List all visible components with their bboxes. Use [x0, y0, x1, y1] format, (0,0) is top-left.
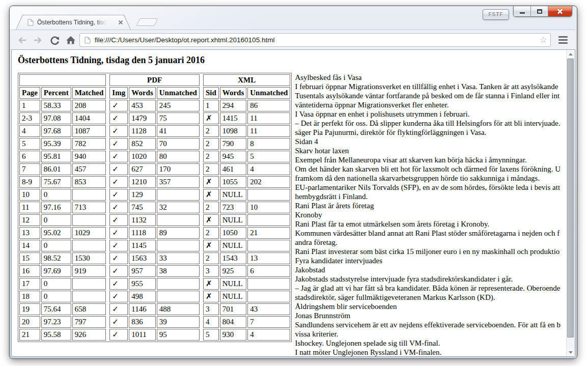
group-spacer: [107, 151, 108, 162]
report-text-line: Åldringshem blir serviceboenden: [295, 302, 564, 311]
table-cell: ✗: [203, 214, 219, 226]
report-text-line: Rani Plast är årets företag: [295, 201, 564, 210]
group-spacer: [201, 176, 202, 188]
group-spacer: [107, 112, 108, 124]
report-text-line: Om det händer kan skarven bli ett hot fö…: [295, 164, 564, 174]
report-text-line: vissa kriterier.: [295, 329, 564, 339]
report-text-line: Kommunen värdesätter bland annat att Ran…: [295, 229, 564, 238]
table-cell: [247, 214, 290, 226]
report-text-line: EU-parlamentariker Nils Torvalds (SFP), …: [295, 183, 564, 192]
group-spacer: [201, 303, 202, 315]
table-group-header-row: PDFXML: [19, 74, 290, 86]
table-cell: 97.68: [41, 125, 71, 137]
report-text-line: I Vasa öppnar en enhet i polishusets utr…: [295, 109, 564, 119]
new-tab-button[interactable]: [136, 18, 158, 26]
table-cell: 8-9: [19, 176, 40, 188]
table-cell: 498: [129, 291, 156, 302]
tab-close-icon[interactable]: [118, 20, 123, 25]
table-cell: [72, 214, 106, 226]
hamburger-icon: [558, 36, 568, 38]
group-spacer: [107, 202, 108, 213]
tab-title: Österbottens Tidning, tisd: [37, 19, 106, 26]
table-cell: 797: [72, 316, 106, 328]
scroll-down-button[interactable]: [567, 348, 575, 356]
column-header-img: Img: [109, 87, 128, 99]
table-cell: 2: [203, 151, 219, 162]
table-cell: 19: [19, 303, 40, 315]
group-spacer: [107, 100, 108, 111]
report-text-line: Jonas Brunnström: [295, 311, 564, 320]
table-cell: 5: [19, 138, 40, 150]
table-cell: 1132: [129, 214, 156, 226]
table-cell: 15: [19, 252, 40, 264]
group-spacer: [201, 163, 202, 175]
table-row: 1598.521530✓1563332154313: [19, 252, 290, 264]
group-spacer: [107, 252, 108, 264]
group-spacer: [107, 265, 108, 277]
browser-tab[interactable]: Österbottens Tidning, tisd: [16, 15, 131, 30]
table-cell: 7: [247, 316, 290, 328]
table-cell: 701: [220, 303, 247, 315]
vertical-scrollbar[interactable]: [566, 50, 575, 356]
group-spacer: [107, 329, 108, 341]
table-cell: 940: [72, 151, 106, 162]
report-text-line: Ishockey. Unglejonen spelade sig till VM…: [295, 339, 564, 348]
group-spacer: [107, 125, 108, 137]
tab-favicon-icon: [27, 19, 34, 26]
bookmark-star-icon[interactable]: ☆: [540, 35, 547, 45]
column-header-unmatched: Unmatched: [157, 87, 200, 99]
forward-button[interactable]: [31, 33, 45, 47]
table-cell: 95.39: [41, 138, 71, 150]
back-button[interactable]: [15, 33, 30, 47]
table-cell: 658: [72, 303, 106, 315]
table-cell: 70: [157, 138, 200, 150]
table-cell: 8: [247, 138, 290, 150]
group-spacer: [201, 112, 202, 124]
table-cell: 4: [203, 316, 219, 328]
table-row: 1975.64658✓1146488370143: [19, 303, 290, 315]
table-cell: 1011: [129, 329, 156, 341]
table-cell: ✓: [109, 265, 128, 277]
group-spacer: [201, 278, 202, 290]
table-cell: 1404: [72, 112, 106, 124]
report-text-line: I februari öppnar Migrationsverket en ti…: [295, 82, 564, 91]
table-cell: ✓: [109, 240, 128, 251]
table-cell: 1415: [220, 112, 247, 124]
table-cell: 1145: [129, 240, 156, 251]
table-cell: 75.64: [41, 303, 71, 315]
reload-icon: [49, 35, 61, 46]
table-cell: 1050: [220, 227, 247, 239]
table-cell: 2: [203, 227, 219, 239]
table-cell: 33: [157, 252, 200, 264]
group-spacer: [107, 214, 108, 226]
table-cell: 245: [157, 100, 200, 111]
url-page-icon: [85, 37, 91, 44]
table-cell: 1479: [129, 112, 156, 124]
group-spacer: [201, 252, 202, 264]
reload-button[interactable]: [48, 33, 62, 47]
group-spacer: [201, 202, 202, 213]
scroll-up-button[interactable]: [567, 50, 575, 58]
table-cell: 1029: [72, 227, 106, 239]
group-spacer: [201, 214, 202, 226]
report-text: Asylbesked fås i VasaI februari öppnar M…: [295, 73, 564, 356]
table-cell: 723: [220, 202, 247, 213]
address-bar[interactable]: file:///C:/Users/User/Desktop/ot.report.…: [79, 33, 551, 47]
group-spacer: [201, 291, 202, 302]
home-button[interactable]: [64, 33, 78, 47]
report-text-line: hembygdsrätt i Finland.: [295, 192, 564, 201]
column-header-percent: Percent: [41, 87, 71, 99]
column-header-words: Words: [220, 87, 247, 99]
report-text-line: Skarv hotar laxen: [295, 146, 564, 155]
report-text-line: I natt möter Unglejonen Ryssland i VM-fi…: [295, 348, 564, 356]
report-text-line: stadsdirektör, säger fullmäktigeveterane…: [295, 293, 564, 302]
report-text-line: Exempel från Mellaneuropa visar att skar…: [295, 155, 564, 164]
table-cell: 170: [157, 163, 200, 175]
table-cell: 926: [72, 329, 106, 341]
table-row: 786.01457✓62717024614: [19, 163, 290, 175]
table-cell: 21: [19, 329, 40, 341]
scrollbar-thumb[interactable]: [567, 59, 574, 337]
table-cell: [72, 189, 106, 201]
table-cell: ✓: [109, 100, 128, 111]
menu-button[interactable]: [556, 35, 570, 46]
